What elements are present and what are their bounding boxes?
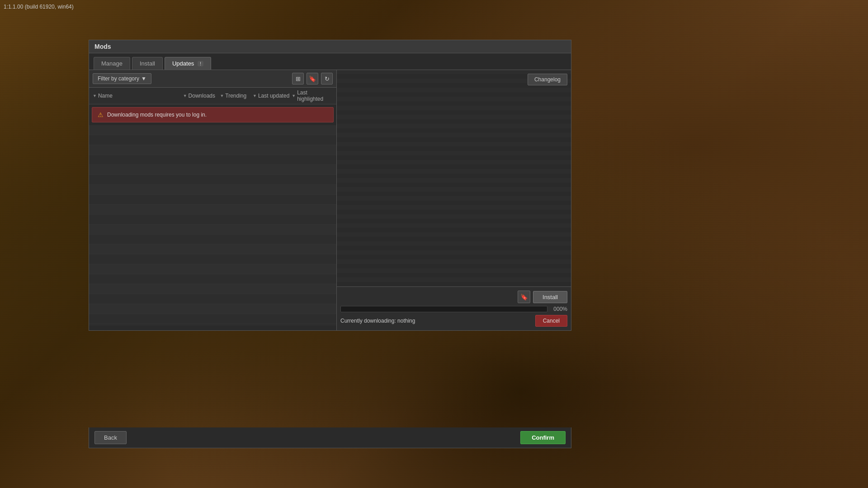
install-row: 🔖 Install [340,291,567,303]
changelog-button[interactable]: Changelog [528,74,567,85]
tab-updates[interactable]: Updates ! [165,57,211,70]
confirm-main-button[interactable]: Confirm [520,431,566,444]
refresh-button[interactable]: ↻ [321,73,333,84]
window-titlebar: Mods [89,40,571,53]
col-last-updated-header[interactable]: ▼ Last updated [253,89,292,102]
bookmark-mod-icon: 🔖 [520,294,528,300]
cancel-button[interactable]: Cancel [535,315,567,327]
mod-row [89,314,336,324]
mod-row [89,155,336,165]
col-downloads-header[interactable]: ▼ Downloads [183,89,220,102]
mod-list [89,125,336,330]
mod-row [89,145,336,155]
content-area: Filter by category ▼ ⊞ 🔖 ↻ ▼ Name [89,70,571,330]
version-label: 1:1.1.00 (build 61920, win64) [4,4,74,10]
tab-install[interactable]: Install [132,57,163,70]
bookmark-view-button[interactable]: 🔖 [307,73,318,84]
mod-row [89,244,336,254]
left-panel: Filter by category ▼ ⊞ 🔖 ↻ ▼ Name [89,70,337,330]
mod-detail-area: Changelog [337,70,571,286]
progress-row: 000% [340,306,567,312]
col-trending-header[interactable]: ▼ Trending [220,89,253,102]
right-bottom-controls: 🔖 Install 000% Currently downloading: no… [337,286,571,330]
mod-row [89,205,336,215]
mod-row [89,125,336,135]
toolbar: Filter by category ▼ ⊞ 🔖 ↻ [89,70,336,88]
warning-message: Downloading mods requires you to log in. [107,112,207,118]
download-status-row: Currently downloading: nothing Cancel [340,315,567,327]
back-button[interactable]: Back [94,431,127,444]
mod-row [89,225,336,235]
mod-row [89,135,336,145]
mod-row [89,254,336,264]
mod-row [89,175,336,185]
updates-badge: ! [198,61,203,66]
mod-bookmark-button[interactable]: 🔖 [518,291,530,303]
mod-row [89,284,336,294]
download-status-text: Currently downloading: nothing [340,318,415,324]
bottom-action-bar: Back Confirm [89,427,571,448]
filter-by-category-button[interactable]: Filter by category ▼ [93,73,151,84]
mod-row [89,215,336,225]
col-updated-arrow: ▼ [253,94,257,98]
grid-icon: ⊞ [296,75,301,82]
refresh-icon: ↻ [325,75,330,82]
col-name-header[interactable]: ▼ Name [93,89,183,102]
mod-row [89,294,336,304]
columns-header: ▼ Name ▼ Downloads ▼ Trending ▼ Last upd… [89,88,336,104]
col-last-highlighted-header[interactable]: ▼ Last highlighted [292,89,333,102]
col-trending-arrow: ▼ [220,94,224,98]
mod-row [89,185,336,195]
mods-window: Mods Manage Install Updates ! Filter by … [89,40,571,331]
install-button[interactable]: Install [533,291,567,303]
filter-label: Filter by category [98,75,139,82]
filter-arrow-icon: ▼ [141,75,146,82]
mod-row [89,274,336,284]
mod-row [89,235,336,244]
col-name-arrow: ▼ [93,94,97,98]
window-title: Mods [94,43,111,50]
bookmark-icon: 🔖 [309,75,316,82]
mod-row [89,304,336,314]
progress-percent: 000% [551,306,567,312]
tabs-bar: Manage Install Updates ! [89,53,571,70]
col-highlighted-arrow: ▼ [292,94,296,98]
grid-view-button[interactable]: ⊞ [292,73,304,84]
tab-manage[interactable]: Manage [94,57,130,70]
mod-row [89,264,336,274]
login-warning-banner: ⚠ Downloading mods requires you to log i… [92,107,334,122]
warning-icon: ⚠ [98,111,104,118]
download-progress-bar [340,306,547,312]
mod-row [89,195,336,205]
right-panel: Changelog 🔖 Install 000% Cur [337,70,571,330]
col-downloads-arrow: ▼ [183,94,187,98]
mod-row [89,165,336,175]
